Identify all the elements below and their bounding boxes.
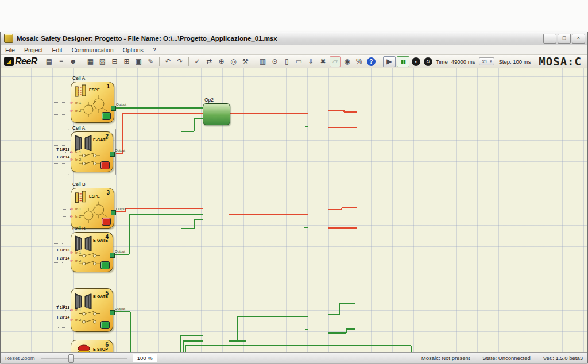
wire-segment[interactable]	[185, 346, 186, 352]
edit-icon[interactable]: ✎	[145, 56, 156, 67]
send-project-icon[interactable]: ⊕	[216, 56, 227, 67]
monitor-icon[interactable]: ▭	[293, 56, 304, 67]
record-icon[interactable]: ◉	[342, 56, 353, 67]
wire-segment[interactable]	[126, 208, 203, 209]
stats-icon[interactable]: %	[354, 56, 365, 67]
zoom-icon[interactable]: ⊙	[269, 56, 280, 67]
connect-icon[interactable]: ⇄	[204, 56, 215, 67]
log-icon[interactable]: ▥	[257, 56, 268, 67]
wire-segment[interactable]	[180, 335, 203, 336]
wire-segment[interactable]	[183, 340, 203, 342]
block-and[interactable]: Op2	[203, 103, 230, 125]
wire-segment[interactable]	[346, 329, 347, 333]
zoom-slider-track	[41, 358, 127, 359]
menu-bar: File Project Edit Communication Options …	[1, 45, 587, 55]
menu-help[interactable]: ?	[148, 47, 161, 53]
wire-segment[interactable]	[344, 111, 357, 113]
close-button[interactable]: ×	[572, 34, 585, 44]
clipboard-icon[interactable]: ▯	[281, 56, 292, 67]
wire-segment[interactable]	[339, 303, 355, 304]
test-signal-label: T 2/P14	[52, 315, 69, 319]
wire-segment[interactable]	[328, 227, 357, 229]
block-espe-1[interactable]: Cell A1 ESPE▸In 1▸In 2Output	[71, 82, 114, 123]
menu-communication[interactable]: Communication	[67, 47, 118, 53]
wire-segment[interactable]	[194, 118, 195, 131]
wire-segment[interactable]	[328, 110, 344, 111]
dashed-connector	[51, 196, 63, 196]
wire-segment[interactable]	[229, 214, 308, 215]
options-icon[interactable]: ⚒	[240, 56, 251, 67]
wire-segment[interactable]	[181, 131, 194, 132]
dashed-connector	[65, 103, 71, 103]
zoom-slider-thumb[interactable]	[68, 354, 74, 363]
block-estop-6[interactable]: 6 E-STOP	[71, 340, 113, 352]
wire-segment[interactable]	[339, 303, 340, 315]
print-preview-icon[interactable]: ⊞	[121, 56, 132, 67]
pause-icon[interactable]: ▮▮	[397, 56, 409, 67]
wire-segment[interactable]	[411, 346, 412, 352]
block-egate-2[interactable]: Cell A2 E-GATE▸In 1▸In 2OutputT 1/P13T 2…	[71, 131, 113, 172]
wire-segment[interactable]	[180, 336, 181, 352]
wire-segment[interactable]	[328, 314, 339, 315]
menu-edit[interactable]: Edit	[48, 47, 67, 53]
wire-segment[interactable]	[237, 316, 238, 341]
title-bar[interactable]: Mosaic Safety Designer: Progetto - File …	[1, 32, 587, 45]
wire-segment[interactable]	[328, 209, 342, 210]
speed-select[interactable]: x1 ▾	[479, 57, 494, 65]
wire-segment[interactable]	[185, 345, 411, 346]
wire-segment[interactable]	[342, 207, 357, 208]
help-icon[interactable]: ?	[367, 57, 376, 66]
wire-segment[interactable]	[122, 113, 123, 153]
snapshot-icon[interactable]: ▣	[133, 56, 144, 67]
menu-options[interactable]: Options	[118, 47, 148, 53]
step-label: Step: 100 ms	[498, 59, 531, 65]
undo-icon[interactable]: ↶	[163, 56, 173, 67]
block-egate-5[interactable]: 5 E-GATE▸In 1▸In 2OutputT 1/P13T 2/P14	[71, 288, 113, 332]
play-icon[interactable]: ▶	[383, 56, 396, 67]
wire-segment[interactable]	[183, 341, 184, 352]
block-egate-4[interactable]: Cell B4 E-GATE▸In 1▸In 2OutputT 1/P13T 2…	[71, 232, 113, 272]
wire-segment[interactable]	[130, 312, 131, 352]
zoom-slider[interactable]	[41, 354, 127, 362]
wire-segment[interactable]	[238, 316, 308, 317]
status-led	[100, 321, 110, 329]
save-icon[interactable]: ▦	[85, 56, 96, 67]
wire-segment[interactable]	[328, 127, 357, 128]
new-project-icon[interactable]: ▤	[44, 56, 55, 67]
block-espe-3[interactable]: Cell B3 ESPE▸In 1▸In 2Output	[71, 188, 114, 229]
redo-icon[interactable]: ↷	[175, 56, 185, 67]
disconnect-icon[interactable]: ✖	[318, 56, 328, 67]
wire-segment[interactable]	[346, 328, 355, 330]
open-icon[interactable]: ▨	[97, 56, 108, 67]
wire-segment[interactable]	[181, 228, 194, 229]
print-icon[interactable]: ⊟	[109, 56, 120, 67]
wire-segment[interactable]	[194, 118, 203, 119]
print-report-icon[interactable]: ≡	[56, 56, 67, 67]
restore-button[interactable]: □	[558, 34, 571, 44]
wire-segment[interactable]	[129, 214, 203, 215]
wire-segment[interactable]	[194, 219, 195, 229]
dashed-connector	[65, 111, 71, 111]
reset-zoom-link[interactable]: Reset Zoom	[5, 355, 35, 361]
minimize-button[interactable]: –	[543, 34, 556, 44]
wire-segment[interactable]	[304, 227, 308, 228]
download-icon[interactable]: ⇩	[305, 56, 316, 67]
design-canvas[interactable]: Cell A1 ESPE▸In 1▸In 2OutputCell A2 E-GA…	[1, 68, 587, 352]
wire-segment[interactable]	[305, 126, 308, 127]
wire-segment[interactable]	[229, 113, 308, 114]
wire-segment[interactable]	[328, 332, 346, 334]
wire-segment[interactable]	[123, 113, 203, 114]
block-type-label: ESPE	[89, 88, 100, 92]
stop-sim-icon[interactable]: ▪	[412, 57, 420, 66]
wire-segment[interactable]	[194, 219, 203, 220]
menu-project[interactable]: Project	[20, 47, 48, 53]
sim-mode-icon[interactable]: ▱	[330, 56, 341, 67]
step-sim-icon[interactable]: ↻	[424, 57, 432, 66]
user-icon[interactable]: ☻	[68, 56, 79, 67]
validate-icon[interactable]: ✓	[192, 56, 203, 67]
wire-segment[interactable]	[113, 107, 203, 109]
wire-segment[interactable]	[129, 214, 130, 254]
wire-segment[interactable]	[305, 329, 308, 330]
menu-file[interactable]: File	[1, 47, 20, 53]
target-icon[interactable]: ◎	[228, 56, 239, 67]
